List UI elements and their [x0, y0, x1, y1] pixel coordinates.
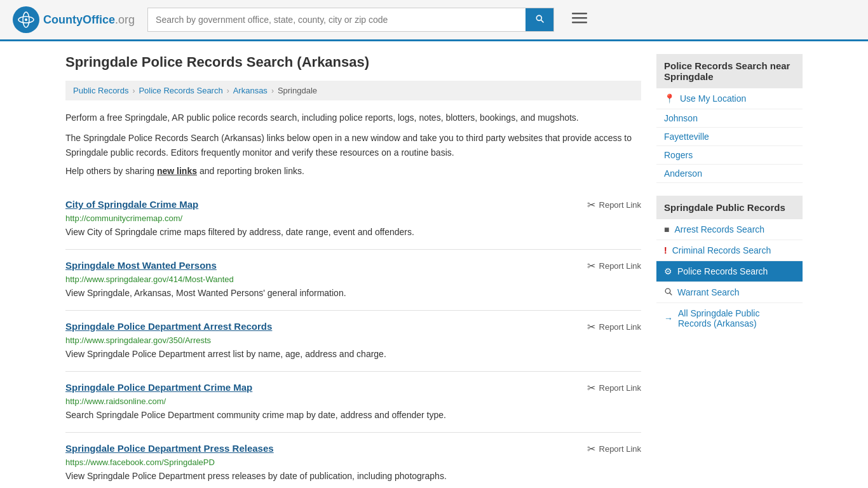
breadcrumb-police-records[interactable]: Police Records Search	[139, 86, 222, 95]
breadcrumb-sep-1: ›	[132, 86, 135, 95]
result-title[interactable]: Springdale Most Wanted Persons	[65, 260, 217, 271]
results-list: City of Springdale Crime Map ✂ Report Li…	[65, 189, 641, 488]
report-link-button[interactable]: ✂ Report Link	[587, 260, 641, 272]
intro-paragraph-2: The Springdale Police Records Search (Ar…	[65, 131, 641, 159]
report-icon: ✂	[587, 382, 595, 394]
result-url[interactable]: http://www.springdalear.gov/414/Most-Wan…	[65, 274, 641, 284]
result-desc: View Springdale Police Department press …	[65, 470, 641, 483]
nearby-link-fayetteville[interactable]: Fayetteville	[656, 128, 803, 146]
search-input[interactable]	[148, 10, 526, 30]
report-icon: ✂	[587, 199, 595, 211]
arrow-right-icon: →	[664, 313, 673, 323]
result-desc: View City of Springdale crime maps filte…	[65, 226, 641, 239]
report-icon: ✂	[587, 321, 595, 333]
result-desc: View Springdale Police Department arrest…	[65, 348, 641, 361]
result-item: Springdale Police Department Crime Map ✂…	[65, 372, 641, 433]
result-title[interactable]: City of Springdale Crime Map	[65, 199, 198, 210]
breadcrumb-sep-3: ›	[271, 86, 274, 95]
sidebar-nearby-section: Police Records Search near Springdale 📍 …	[656, 54, 803, 183]
main-wrapper: Springdale Police Records Search (Arkans…	[53, 41, 815, 488]
svg-rect-4	[572, 13, 587, 15]
report-link-button[interactable]: ✂ Report Link	[587, 321, 641, 333]
site-logo[interactable]: CountyOffice.org	[13, 6, 135, 33]
sidebar-link-criminal-records[interactable]: ! Criminal Records Search	[656, 240, 803, 261]
result-item: City of Springdale Crime Map ✂ Report Li…	[65, 189, 641, 250]
criminal-records-icon: !	[664, 245, 667, 255]
sidebar-public-records-section: Springdale Public Records ■ Arrest Recor…	[656, 196, 803, 334]
warrant-search-icon	[664, 287, 672, 297]
breadcrumb-public-records[interactable]: Public Records	[73, 86, 128, 95]
use-my-location[interactable]: 📍 Use My Location	[656, 88, 803, 109]
new-links[interactable]: new links	[157, 166, 197, 176]
report-link-button[interactable]: ✂ Report Link	[587, 199, 641, 211]
logo-text: CountyOffice.org	[43, 13, 135, 27]
breadcrumb-current: Springdale	[278, 86, 317, 95]
result-item: Springdale Police Department Press Relea…	[65, 433, 641, 488]
location-pin-icon: 📍	[664, 93, 675, 104]
breadcrumb: Public Records › Police Records Search ›…	[65, 81, 641, 100]
svg-rect-5	[572, 17, 587, 19]
report-link-button[interactable]: ✂ Report Link	[587, 382, 641, 394]
sidebar-link-warrant-search[interactable]: Warrant Search	[656, 282, 803, 303]
result-url[interactable]: http://www.raidsonline.com/	[65, 396, 641, 406]
search-bar	[147, 8, 554, 32]
nearby-link-rogers[interactable]: Rogers	[656, 146, 803, 165]
report-link-button[interactable]: ✂ Report Link	[587, 443, 641, 455]
report-icon: ✂	[587, 443, 595, 455]
result-desc: View Springdale, Arkansas, Most Wanted P…	[65, 287, 641, 300]
police-records-icon: ⚙	[664, 266, 672, 276]
result-item: Springdale Most Wanted Persons ✂ Report …	[65, 250, 641, 311]
sidebar-link-arrest-records[interactable]: ■ Arrest Records Search	[656, 219, 803, 240]
breadcrumb-sep-2: ›	[227, 86, 229, 95]
result-item: Springdale Police Department Arrest Reco…	[65, 311, 641, 372]
result-title[interactable]: Springdale Police Department Press Relea…	[65, 443, 274, 454]
svg-point-3	[25, 18, 27, 21]
sidebar-link-police-records[interactable]: ⚙ Police Records Search	[656, 261, 803, 282]
arrest-records-icon: ■	[664, 224, 669, 234]
sidebar-public-records-heading: Springdale Public Records	[656, 196, 803, 219]
report-icon: ✂	[587, 260, 595, 272]
result-title[interactable]: Springdale Police Department Crime Map	[65, 382, 252, 393]
page-title: Springdale Police Records Search (Arkans…	[65, 54, 641, 71]
breadcrumb-arkansas[interactable]: Arkansas	[233, 86, 268, 95]
result-url[interactable]: http://communitycrimemap.com/	[65, 214, 641, 223]
svg-line-8	[670, 293, 672, 295]
result-url[interactable]: http://www.springdalear.gov/350/Arrests	[65, 336, 641, 345]
result-title[interactable]: Springdale Police Department Arrest Reco…	[65, 321, 272, 332]
content-area: Springdale Police Records Search (Arkans…	[65, 54, 641, 488]
nearby-link-anderson[interactable]: Anderson	[656, 165, 803, 183]
sidebar-nearby-heading: Police Records Search near Springdale	[656, 54, 803, 88]
sharing-text: Help others by sharing new links and rep…	[65, 166, 641, 176]
svg-rect-6	[572, 22, 587, 24]
logo-icon	[13, 6, 39, 33]
nearby-link-johnson[interactable]: Johnson	[656, 109, 803, 128]
intro-paragraph-1: Perform a free Springdale, AR public pol…	[65, 111, 641, 125]
site-header: CountyOffice.org	[0, 0, 868, 41]
search-button[interactable]	[526, 8, 553, 31]
sidebar-link-all-records[interactable]: → All Springdale Public Records (Arkansa…	[656, 303, 803, 334]
sidebar: Police Records Search near Springdale 📍 …	[656, 54, 803, 488]
hamburger-button[interactable]	[567, 8, 592, 32]
result-desc: Search Springdale Police Department comm…	[65, 409, 641, 422]
result-url[interactable]: https://www.facebook.com/SpringdalePD	[65, 458, 641, 467]
